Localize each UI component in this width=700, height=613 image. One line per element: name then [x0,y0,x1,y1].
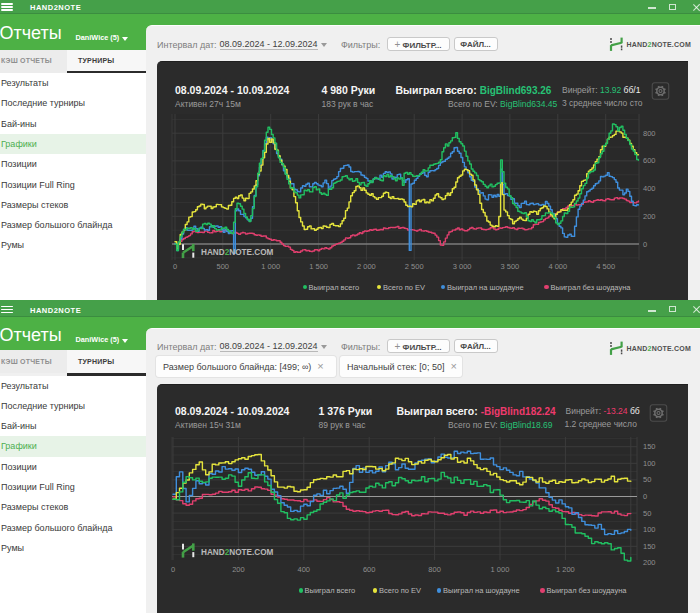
svg-text:800: 800 [428,565,441,574]
svg-text:400: 400 [298,565,311,574]
svg-text:200: 200 [643,212,656,221]
svg-text:1 000: 1 000 [491,565,510,574]
svg-text:1 200: 1 200 [556,565,575,574]
svg-text:0: 0 [171,565,175,574]
svg-text:500: 500 [217,262,230,271]
svg-text:HAND2NOTE.COM: HAND2NOTE.COM [201,548,274,557]
svg-text:800: 800 [643,129,656,138]
svg-text:150: 150 [643,442,656,451]
svg-text:200: 200 [643,558,656,567]
svg-text:0: 0 [173,262,177,271]
svg-text:3 000: 3 000 [453,262,472,271]
svg-text:0: 0 [643,240,647,249]
svg-text:150: 150 [643,542,656,551]
svg-text:3 500: 3 500 [501,262,520,271]
svg-text:HAND2NOTE.COM: HAND2NOTE.COM [201,248,274,257]
svg-text:4 000: 4 000 [548,262,567,271]
svg-text:200: 200 [232,565,245,574]
svg-text:4 500: 4 500 [596,262,615,271]
svg-text:100: 100 [643,459,656,468]
svg-text:50: 50 [643,509,651,518]
svg-text:100: 100 [643,525,656,534]
svg-text:400: 400 [643,184,656,193]
svg-text:1 500: 1 500 [309,262,328,271]
svg-text:2 500: 2 500 [405,262,424,271]
svg-text:HAND2NOTE.COM: HAND2NOTE.COM [627,345,691,352]
svg-text:HAND2NOTE.COM: HAND2NOTE.COM [627,41,691,48]
svg-text:1 000: 1 000 [261,262,280,271]
svg-text:600: 600 [363,565,376,574]
svg-text:0: 0 [643,492,647,501]
svg-text:50: 50 [643,475,651,484]
svg-text:2 000: 2 000 [357,262,376,271]
svg-text:600: 600 [643,156,656,165]
